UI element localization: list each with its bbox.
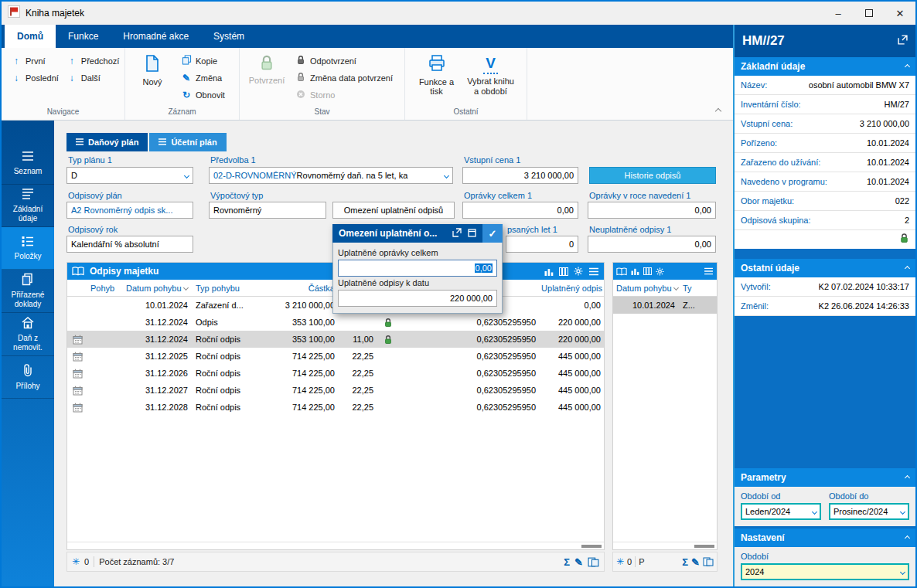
dropdown-icon[interactable]: [900, 569, 905, 574]
section-header-zakladni-udaje[interactable]: Základní údaje: [735, 57, 915, 76]
sidebar-item-prirazene-doklady[interactable]: Přiřazené doklady: [2, 270, 54, 313]
views-icon[interactable]: [703, 557, 714, 566]
edit-icon[interactable]: ✎: [574, 556, 583, 568]
uplatnene-odpisy-field[interactable]: 220 000,00: [338, 290, 497, 307]
pohyby-table-row[interactable]: 10.01.2024Z...: [613, 297, 717, 314]
tab-system[interactable]: Systém: [201, 25, 257, 48]
tab-funkce[interactable]: Funkce: [56, 25, 111, 48]
odpisovy-rok-field[interactable]: Kalendářní % absolutní: [66, 236, 193, 253]
dialog-titlebar[interactable]: Omezení uplatnění o... ✓: [332, 224, 503, 243]
ostatni-rows: Vytvořil:K2 07.02.2024 10:33:17Změnil:K2…: [735, 277, 915, 316]
refresh-button[interactable]: ↻Obnovit: [178, 87, 228, 104]
horizontal-scrollbar[interactable]: [67, 542, 604, 549]
field-label: Inventární číslo:: [741, 100, 801, 109]
maximize-button[interactable]: [854, 2, 885, 25]
scrollbar-thumb[interactable]: [581, 545, 602, 548]
lines-icon: [159, 138, 166, 147]
group-label-stav: Stav: [240, 106, 404, 120]
field-label: Vstupní cena:: [741, 119, 793, 128]
vstupni-cena-field[interactable]: 3 210 000,00: [462, 167, 578, 184]
gear-icon[interactable]: [656, 267, 664, 276]
odpisy-table-row[interactable]: 31.12.2024Odpis353 100,000,6230529595022…: [67, 314, 604, 331]
bar-chart-icon[interactable]: [544, 267, 554, 276]
opravky-v-roce-field[interactable]: 0,00: [588, 202, 716, 219]
sidebar-item-seznam[interactable]: Seznam: [2, 142, 54, 185]
dropdown-icon[interactable]: [900, 508, 905, 514]
uplatnene-opravky-label: Uplatněné oprávky celkem: [338, 248, 497, 257]
functions-print-button[interactable]: Funkce a tisk: [416, 53, 458, 97]
predvolba-field[interactable]: 02-D-ROVNOMĚRNÝ Rovnoměrný daň. na 5 let…: [209, 167, 453, 184]
filter-asterisk-icon[interactable]: ✳: [72, 556, 80, 567]
filter-asterisk-icon[interactable]: ✳: [616, 556, 624, 567]
vypoctovy-typ-field[interactable]: Rovnoměrný: [209, 202, 326, 219]
previous-record-button[interactable]: ↑Předchozí: [63, 53, 123, 70]
panel-field-row: Změnil:K2 26.06.2024 14:26:33: [735, 297, 915, 316]
omezeni-uplatneni-button[interactable]: Omezení uplatnění odpisů: [332, 202, 455, 219]
gear-icon[interactable]: [574, 267, 583, 276]
odpisy-table-row[interactable]: 31.12.2025Roční odpis714 225,0022,250,62…: [67, 348, 604, 365]
sidebar-item-prilohy[interactable]: Přílohy: [2, 356, 54, 399]
minimize-button[interactable]: –: [823, 2, 854, 25]
section-header-nastaveni[interactable]: Nastavení: [735, 529, 915, 547]
sidebar-item-polozky[interactable]: Položky: [2, 227, 54, 270]
sidebar-item-zakladni-udaje[interactable]: Základní údaje: [2, 185, 54, 227]
dock-icon[interactable]: [468, 226, 476, 240]
popout-icon[interactable]: [452, 226, 462, 240]
dropdown-icon[interactable]: [184, 172, 189, 178]
neuplatnene-odpisy-field[interactable]: 0,00: [588, 236, 716, 253]
tab-danovy-plan[interactable]: Daňový plán: [66, 133, 148, 151]
unconfirm-button[interactable]: Odpotvrzení: [292, 53, 396, 70]
sum-icon[interactable]: Σ: [564, 556, 570, 568]
omezeni-uplatneni-dialog: Omezení uplatnění o... ✓ Uplatněné opráv…: [332, 224, 503, 314]
odpisovy-plan-field[interactable]: A2 Rovnoměrný odpis sk...: [66, 202, 193, 219]
dropdown-icon[interactable]: [444, 172, 449, 178]
popout-icon[interactable]: [898, 34, 908, 48]
sum-icon[interactable]: Σ: [682, 556, 688, 568]
book-icon: [616, 267, 627, 276]
change-confirm-date-button[interactable]: Změna data potvrzení: [292, 70, 396, 87]
sidebar-item-dan-z-nemovitosti[interactable]: Daň z nemovit.: [2, 313, 54, 356]
odpisy-table-row[interactable]: 31.12.2024Roční odpis353 100,0011,000,62…: [67, 331, 604, 348]
bar-chart-icon[interactable]: [631, 267, 639, 275]
storno-button[interactable]: Storno: [292, 87, 396, 104]
section-header-ostatni-udaje[interactable]: Ostatní údaje: [735, 259, 915, 277]
tab-hromadne-akce[interactable]: Hromadné akce: [111, 25, 201, 48]
obdobi-od-combo[interactable]: Leden/2024: [741, 503, 821, 520]
menu-icon[interactable]: [704, 267, 714, 275]
arrow-up-icon: ↑: [11, 56, 22, 66]
obdobi-combo[interactable]: 2024: [741, 563, 909, 580]
confirm-button[interactable]: Potvrzení: [246, 53, 288, 85]
close-button[interactable]: ✕: [885, 2, 915, 25]
new-record-button[interactable]: Nový: [131, 53, 173, 87]
select-book-period-button[interactable]: V Vybrat knihu a období: [465, 53, 516, 96]
section-header-parametry[interactable]: Parametry: [735, 468, 915, 487]
dropdown-icon[interactable]: [812, 508, 817, 514]
copy-button[interactable]: Kopie: [178, 53, 228, 70]
scrollbar-thumb[interactable]: [694, 545, 714, 548]
last-record-button[interactable]: ↓Poslední: [8, 70, 62, 87]
confirm-check-button[interactable]: ✓: [482, 224, 503, 243]
collapse-ribbon-icon[interactable]: [715, 108, 721, 114]
odpisy-table-row[interactable]: 31.12.2026Roční odpis714 225,0022,250,62…: [67, 365, 604, 382]
obdobi-do-combo[interactable]: Prosinec/2024: [829, 503, 909, 520]
horizontal-scrollbar[interactable]: [613, 542, 717, 549]
first-record-button[interactable]: ↑První: [8, 53, 62, 70]
edit-icon[interactable]: ✎: [691, 556, 700, 568]
odpisy-table-row[interactable]: 31.12.2028Roční odpis714 225,0022,250,62…: [67, 399, 604, 416]
columns-icon[interactable]: [643, 267, 652, 275]
pohyby-table-header[interactable]: Datum pohybu Ty: [613, 280, 717, 297]
uplatnene-opravky-field[interactable]: 0,00: [338, 260, 497, 277]
calendar-icon: [67, 382, 87, 399]
odepsanych-let-field[interactable]: 0: [506, 236, 578, 253]
opravky-celkem-field[interactable]: 0,00: [462, 202, 578, 219]
odpisy-table-row[interactable]: 31.12.2027Roční odpis714 225,0022,250,62…: [67, 382, 604, 399]
tab-ucetni-plan[interactable]: Účetní plán: [149, 133, 226, 151]
views-icon[interactable]: [588, 557, 599, 567]
typ-planu-field[interactable]: D: [66, 167, 193, 184]
columns-icon[interactable]: [559, 267, 568, 276]
historie-odpisu-button[interactable]: Historie odpisů: [589, 167, 716, 184]
next-record-button[interactable]: ↓Další: [63, 70, 123, 87]
change-button[interactable]: ✎Změna: [178, 70, 228, 87]
tab-domu[interactable]: Domů: [5, 25, 56, 48]
menu-icon[interactable]: [588, 267, 599, 276]
